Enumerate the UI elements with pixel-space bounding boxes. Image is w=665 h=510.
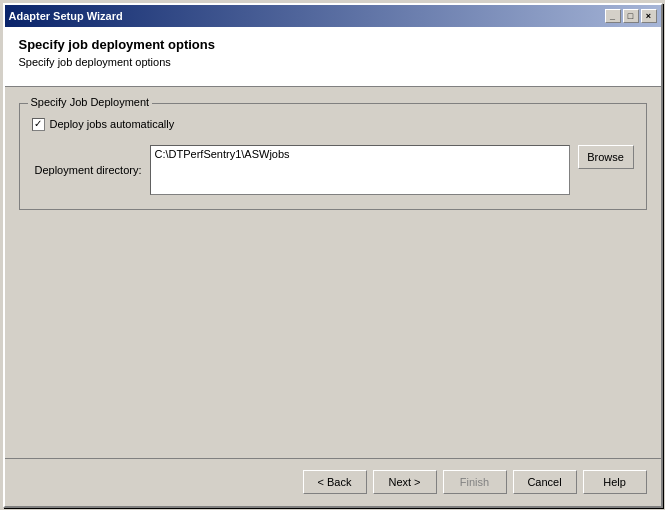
page-title: Specify job deployment options [19,37,647,52]
main-window: Adapter Setup Wizard _ □ × Specify job d… [3,3,663,508]
deployment-directory-input[interactable] [150,145,570,195]
footer: < Back Next > Finish Cancel Help [5,458,661,506]
page-subtitle: Specify job deployment options [19,56,647,68]
window-content: Specify job deployment options Specify j… [5,27,661,506]
deploy-jobs-label: Deploy jobs automatically [50,118,175,130]
window-title: Adapter Setup Wizard [9,10,123,22]
header-section: Specify job deployment options Specify j… [5,27,661,87]
deployment-directory-label: Deployment directory: [32,164,142,176]
group-label: Specify Job Deployment [28,96,153,108]
maximize-button[interactable]: □ [623,9,639,23]
finish-button[interactable]: Finish [443,470,507,494]
main-area: Specify Job Deployment Deploy jobs autom… [5,87,661,458]
close-button[interactable]: × [641,9,657,23]
title-bar: Adapter Setup Wizard _ □ × [5,5,661,27]
specify-job-deployment-group: Specify Job Deployment Deploy jobs autom… [19,103,647,210]
deploy-jobs-row: Deploy jobs automatically [32,118,634,131]
window-controls: _ □ × [605,9,657,23]
cancel-button[interactable]: Cancel [513,470,577,494]
deploy-jobs-checkbox[interactable] [32,118,45,131]
deployment-directory-row: Deployment directory: Browse [32,145,634,195]
back-button[interactable]: < Back [303,470,367,494]
next-button[interactable]: Next > [373,470,437,494]
minimize-button[interactable]: _ [605,9,621,23]
help-button[interactable]: Help [583,470,647,494]
browse-button[interactable]: Browse [578,145,634,169]
